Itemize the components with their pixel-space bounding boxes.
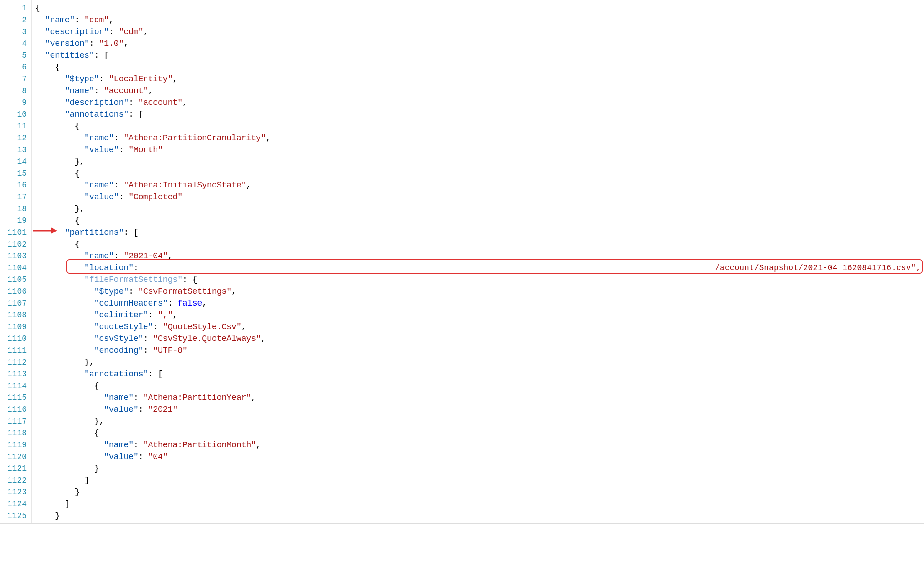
code-line: "value": "04"	[35, 451, 924, 463]
code-line: "delimiter": ",",	[35, 309, 924, 321]
line-number: 1124	[3, 498, 27, 510]
code-line: "location": /account/Snapshot/2021-04_16…	[35, 262, 924, 274]
code-line: },	[35, 156, 924, 168]
code-line: "encoding": "UTF-8"	[35, 345, 924, 356]
line-number: 1110	[3, 333, 27, 345]
code-line: "$type": "LocalEntity",	[35, 73, 924, 85]
line-number: 8	[3, 85, 27, 97]
line-number: 1122	[3, 474, 27, 486]
code-line: "name": "Athena:PartitionMonth",	[35, 439, 924, 451]
code-line: "fileFormatSettings": {	[35, 274, 924, 286]
line-number: 1102	[3, 238, 27, 250]
code-line: "name": "Athena:PartitionGranularity",	[35, 132, 924, 144]
code-line: "annotations": [	[35, 368, 924, 380]
line-number: 3	[3, 26, 27, 38]
code-line: },	[35, 203, 924, 215]
code-line: ]	[35, 498, 924, 510]
line-number: 1101	[3, 227, 27, 238]
line-number: 1113	[3, 368, 27, 380]
line-number: 19	[3, 215, 27, 227]
code-line: {	[35, 61, 924, 73]
line-number: 18	[3, 203, 27, 215]
code-line: {	[35, 238, 924, 250]
line-number: 1111	[3, 345, 27, 356]
code-line: "version": "1.0",	[35, 38, 924, 49]
line-number: 7	[3, 73, 27, 85]
code-line: {	[35, 380, 924, 392]
line-number: 14	[3, 156, 27, 168]
line-number: 6	[3, 61, 27, 73]
code-line: ]	[35, 474, 924, 486]
line-number: 1114	[3, 380, 27, 392]
code-line: "$type": "CsvFormatSettings",	[35, 286, 924, 297]
code-line: "name": "Athena:PartitionYear",	[35, 392, 924, 404]
code-line: "quoteStyle": "QuoteStyle.Csv",	[35, 321, 924, 333]
line-number: 1118	[3, 427, 27, 439]
code-line: {	[35, 215, 924, 227]
code-line: {	[35, 120, 924, 132]
code-editor: 1234567891011121314151617181911011102110…	[0, 0, 924, 524]
code-line: "description": "cdm",	[35, 26, 924, 38]
line-number: 1107	[3, 297, 27, 309]
code-line: "value": "2021"	[35, 404, 924, 415]
code-line: "name": "account",	[35, 85, 924, 97]
line-number: 5	[3, 49, 27, 61]
line-number: 1123	[3, 486, 27, 498]
line-number: 2	[3, 14, 27, 26]
line-number: 11	[3, 120, 27, 132]
code-line: }	[35, 510, 924, 522]
line-number: 1103	[3, 250, 27, 262]
line-number: 1120	[3, 451, 27, 463]
code-line: }	[35, 486, 924, 498]
code-line: "description": "account",	[35, 97, 924, 108]
code-line: "name": "Athena:InitialSyncState",	[35, 179, 924, 191]
code-line: {	[35, 427, 924, 439]
line-number: 1104	[3, 262, 27, 274]
code-line: "partitions": [	[35, 227, 924, 238]
line-number: 15	[3, 168, 27, 179]
code-line: }	[35, 463, 924, 474]
code-line: {	[35, 168, 924, 179]
line-number: 9	[3, 97, 27, 108]
code-line: },	[35, 415, 924, 427]
line-number: 1109	[3, 321, 27, 333]
code-line: {	[35, 2, 924, 14]
code-line: "value": "Completed"	[35, 191, 924, 203]
line-number: 16	[3, 179, 27, 191]
line-number: 1112	[3, 356, 27, 368]
line-number: 1106	[3, 286, 27, 297]
line-number: 17	[3, 191, 27, 203]
code-line: "value": "Month"	[35, 144, 924, 156]
line-number: 1117	[3, 415, 27, 427]
line-number: 1105	[3, 274, 27, 286]
code-line: "name": "cdm",	[35, 14, 924, 26]
line-number: 1125	[3, 510, 27, 522]
line-number: 1108	[3, 309, 27, 321]
code-line: "columnHeaders": false,	[35, 297, 924, 309]
line-number: 1	[3, 2, 27, 14]
line-number: 1119	[3, 439, 27, 451]
code-line: },	[35, 356, 924, 368]
line-number: 1115	[3, 392, 27, 404]
line-number: 10	[3, 108, 27, 120]
code-content[interactable]: { "name": "cdm", "description": "cdm", "…	[32, 0, 924, 523]
code-line: "name": "2021-04",	[35, 250, 924, 262]
line-number-gutter: 1234567891011121314151617181911011102110…	[0, 0, 32, 523]
line-number: 13	[3, 144, 27, 156]
line-number: 4	[3, 38, 27, 49]
line-number: 12	[3, 132, 27, 144]
code-line: "csvStyle": "CsvStyle.QuoteAlways",	[35, 333, 924, 345]
code-line: "entities": [	[35, 49, 924, 61]
line-number: 1121	[3, 463, 27, 474]
line-number: 1116	[3, 404, 27, 415]
code-line: "annotations": [	[35, 108, 924, 120]
